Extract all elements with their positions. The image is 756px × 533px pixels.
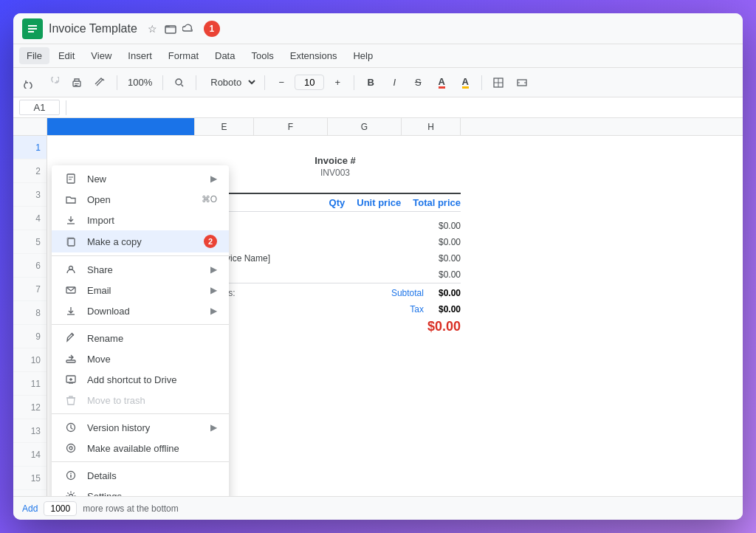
row-number-15: 15 — [13, 467, 47, 490]
invoice-tax-row: Tax $0.00 — [210, 303, 461, 316]
subtotal-value: $0.00 — [439, 288, 461, 298]
menu-open[interactable]: Open ⌘O — [52, 189, 229, 210]
paint-format-button[interactable] — [90, 72, 111, 93]
download-arrow: ▶ — [210, 306, 217, 316]
menu-item-tools[interactable]: Tools — [244, 47, 281, 64]
invoice-subtotal-row: Notes: Subtotal $0.00 — [210, 283, 461, 303]
row-number-6: 6 — [13, 254, 47, 278]
row-number-12: 12 — [13, 396, 47, 419]
invoice-number: INV003 — [210, 168, 461, 178]
invoice-content: Invoice # INV003 Qty Unit price Total pr… — [210, 155, 461, 337]
font-select[interactable]: Roboto — [202, 74, 258, 91]
subtotal-section: Subtotal $0.00 — [391, 288, 461, 298]
italic-button[interactable]: I — [384, 72, 405, 93]
title-icons: ☆ — [146, 22, 195, 35]
row-number-5: 5 — [13, 230, 47, 254]
col-total-price: Total price — [413, 197, 461, 208]
star-icon[interactable]: ☆ — [146, 22, 159, 35]
menu-item-view[interactable]: View — [83, 47, 119, 64]
dropdown-separator-1 — [52, 255, 229, 256]
merge-cells-button[interactable] — [512, 72, 532, 93]
menu-item-help[interactable]: Help — [346, 47, 380, 64]
menu-move[interactable]: Move — [52, 348, 229, 369]
menu-email[interactable]: Email ▶ — [52, 280, 229, 300]
zoom-display[interactable]: 100% — [123, 72, 157, 93]
rows-count-input[interactable] — [44, 501, 77, 516]
file-dropdown-menu: New ▶ Open ⌘O Import — [52, 165, 229, 496]
menu-make-available-offline[interactable]: Make available offline — [52, 438, 229, 458]
menu-settings[interactable]: Settings — [52, 486, 229, 496]
tax-value: $0.00 — [439, 304, 461, 314]
tax-label: Tax — [410, 304, 424, 314]
undo-button[interactable] — [19, 72, 40, 93]
settings-icon — [63, 490, 78, 496]
invoice-row-3-amount: $0.00 — [439, 253, 461, 264]
menu-item-format[interactable]: Format — [161, 47, 206, 64]
col-headers: E F G H — [47, 118, 743, 136]
svg-point-31 — [69, 495, 73, 497]
document-title: Invoice Template — [49, 22, 137, 35]
svg-point-26 — [67, 444, 75, 453]
menu-new[interactable]: New ▶ — [52, 168, 229, 189]
borders-button[interactable] — [488, 72, 509, 93]
make-copy-icon — [63, 235, 78, 247]
cell-reference-input[interactable] — [19, 100, 60, 115]
row-numbers: 1 2 3 4 5 6 7 8 9 10 11 12 13 14 15 16 1… — [13, 118, 47, 496]
import-icon — [63, 214, 78, 226]
col-unit-price: Unit price — [357, 197, 401, 208]
menu-download[interactable]: Download ▶ — [52, 300, 229, 321]
print-button[interactable] — [66, 72, 87, 93]
strikethrough-button[interactable]: S — [408, 72, 428, 93]
email-label: Email — [87, 285, 210, 296]
new-label: New — [87, 173, 210, 185]
dropdown-separator-2 — [52, 324, 229, 325]
row-number-9: 9 — [13, 325, 47, 348]
invoice-title: Invoice # — [210, 155, 461, 166]
menu-make-copy[interactable]: Make a copy 2 — [52, 230, 229, 252]
bold-button[interactable]: B — [360, 72, 381, 93]
folder-icon[interactable] — [164, 22, 177, 35]
search-button[interactable] — [169, 72, 190, 93]
open-label: Open — [87, 194, 202, 205]
svg-rect-2 — [28, 28, 37, 30]
svg-rect-3 — [28, 31, 34, 32]
menu-add-shortcut[interactable]: Add shortcut to Drive — [52, 369, 229, 390]
invoice-row-2: $0.00 — [210, 234, 461, 250]
formula-bar — [13, 97, 743, 118]
details-icon — [63, 470, 78, 481]
bottom-bar: Add more rows at the bottom — [13, 496, 743, 520]
toolbar-separator-4 — [264, 75, 265, 90]
menu-import[interactable]: Import — [52, 210, 229, 230]
settings-label: Settings — [87, 491, 217, 497]
dropdown-separator-3 — [52, 413, 229, 414]
font-size-input[interactable]: 10 — [295, 75, 324, 90]
decrease-font-size[interactable]: − — [271, 72, 292, 93]
total-value: $0.00 — [427, 319, 461, 334]
rename-icon — [63, 332, 78, 344]
col-header-selected — [47, 118, 195, 135]
svg-rect-1 — [28, 25, 37, 27]
svg-point-8 — [176, 79, 182, 85]
increase-font-size[interactable]: + — [327, 72, 348, 93]
menu-item-edit[interactable]: Edit — [51, 47, 82, 64]
menu-version-history[interactable]: Version history ▶ — [52, 417, 229, 438]
menu-share[interactable]: Share ▶ — [52, 259, 229, 280]
dropdown-separator-4 — [52, 461, 229, 462]
menu-item-extensions[interactable]: Extensions — [283, 47, 345, 64]
menu-item-file[interactable]: File — [19, 47, 49, 64]
menu-details[interactable]: Details — [52, 465, 229, 486]
version-history-label: Version history — [87, 422, 210, 433]
redo-button[interactable] — [43, 72, 63, 93]
menu-rename[interactable]: Rename — [52, 328, 229, 348]
cloud-icon[interactable] — [182, 22, 195, 35]
text-color-button[interactable]: A — [431, 72, 452, 93]
open-icon — [63, 193, 78, 205]
toolbar-separator-3 — [196, 75, 196, 90]
menu-item-data[interactable]: Data — [207, 47, 242, 64]
add-rows-button[interactable]: Add — [22, 503, 38, 514]
highlight-color-button[interactable]: A — [455, 72, 475, 93]
subtotal-label: Subtotal — [391, 288, 424, 298]
main-area: 1 2 3 4 5 6 7 8 9 10 11 12 13 14 15 16 1… — [13, 118, 743, 496]
menu-item-insert[interactable]: Insert — [120, 47, 159, 64]
invoice-total-row: $0.00 — [210, 316, 461, 337]
